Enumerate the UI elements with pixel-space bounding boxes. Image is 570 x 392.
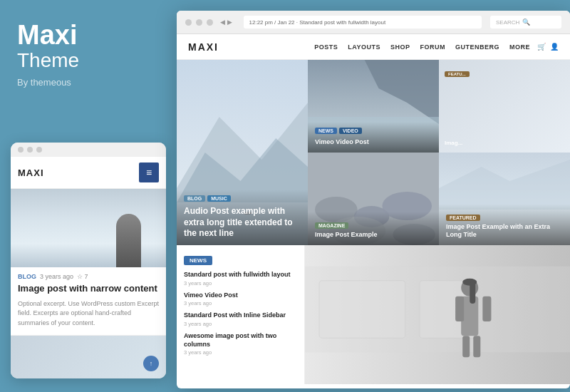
bottom-image [305,245,570,384]
desktop-nav: MAXI POSTS LAYOUTS SHOP FORUM GUTENBERG … [177,34,570,60]
hero-tag-news: NEWS [315,128,337,134]
hero-title-3: Imag... [445,140,567,147]
hero-tag-featured: FEATURED [446,215,480,221]
hero-overlay-1: BLOG MUSIC Audio Post example with extra… [177,190,308,245]
hero-title-1: Audio Post example with extra long title… [184,206,301,239]
hero-grid: BLOG MUSIC Audio Post example with extra… [177,60,570,245]
news-item-date-2: 3 years ago [184,300,297,306]
mobile-dot-1 [18,147,24,153]
hero-cell-4[interactable]: MAGAZINE Image Post Example [308,153,439,245]
desktop-dot-3 [207,19,213,26]
nav-arrows[interactable]: ◀ ▶ [220,19,232,26]
news-item-3[interactable]: Standard Post with Inline Sidebar 3 year… [184,311,297,327]
hero-title-2: Vimeo Video Post [315,138,432,147]
news-item-title-1: Standard post with fullwidth layout [184,271,297,279]
desktop-nav-icons: 🛒 👤 [537,43,559,51]
svg-rect-29 [470,282,475,304]
news-item-title-4: Awesome image post with two columns [184,332,297,349]
hero-overlay-5: FEATURED Image Post Example with an Extr… [439,204,570,245]
svg-rect-25 [482,296,491,321]
desktop-search[interactable]: SEARCH 🔍 [490,16,561,29]
hero-tag-blog: BLOG [184,195,205,202]
nav-item-gutenberg[interactable]: GUTENBERG [455,43,499,51]
desktop-dot-1 [185,19,192,26]
nav-item-more[interactable]: MORE [509,43,530,51]
hero-title-5: Image Post Example with an Extra Long Ti… [446,223,563,239]
url-text: 12:22 pm / Jan 22 · Standard post with f… [249,19,386,26]
mobile-titlebar [11,143,166,157]
svg-rect-26 [462,336,470,357]
left-panel: Maxi Theme By themeous MAXI ≡ BLOG 3 yea… [0,0,167,392]
hero-overlay-4: MAGAZINE Image Post Example [308,212,439,245]
hero-tag-magazine: MAGAZINE [315,222,348,229]
user-icon[interactable]: 👤 [550,43,559,51]
brand-name: Maxi [17,21,150,48]
desktop-dot-2 [196,19,202,26]
mobile-post-date: 3 years ago ☆ 7 [38,273,88,280]
hero-tag-featured-3: FEATU... [445,66,470,79]
mobile-post-image [11,189,166,267]
news-item-title-3: Standard Post with Inline Sidebar [184,311,297,320]
nav-item-forum[interactable]: FORUM [420,43,445,51]
nav-item-shop[interactable]: SHOP [390,43,410,51]
news-item-title-2: Vimeo Video Post [184,292,297,300]
brand-theme: Theme [17,48,150,73]
svg-rect-27 [473,336,480,357]
hero-tag-music: MUSIC [207,195,231,202]
news-item-4[interactable]: Awesome image post with two columns 3 ye… [184,332,297,356]
news-item-2[interactable]: Vimeo Video Post 3 years ago [184,292,297,307]
brand-title: Maxi Theme By themeous [17,21,150,88]
mobile-post-title: Image post with narrow content [11,283,166,299]
desktop-logo: MAXI [188,41,219,53]
hero-cell-5[interactable]: FEATURED Image Post Example with an Extr… [439,153,570,245]
mobile-dot-3 [36,147,42,153]
brand-by: By themeous [17,77,150,88]
news-tag: NEWS [184,256,212,265]
mobile-menu-icon[interactable]: ≡ [139,163,159,182]
nav-item-posts[interactable]: POSTS [314,43,338,51]
mobile-post-meta: BLOG 3 years ago ☆ 7 [11,267,166,283]
svg-rect-20 [319,281,405,338]
mobile-logo: MAXI [18,167,44,178]
hero-title-4: Image Post Example [315,231,432,239]
desktop-titlebar: ◀ ▶ 12:22 pm / Jan 22 · Standard post wi… [177,11,570,34]
search-icon: 🔍 [522,19,530,26]
nav-item-layouts[interactable]: LAYOUTS [348,43,380,51]
desktop-nav-items: POSTS LAYOUTS SHOP FORUM GUTENBERG MORE [314,43,530,51]
hero-cell-1[interactable]: BLOG MUSIC Audio Post example with extra… [177,60,308,245]
news-item-date-1: 3 years ago [184,280,297,287]
search-placeholder: SEARCH [496,19,519,26]
news-tag-label: NEWS [184,252,297,271]
mobile-post-tag: BLOG [18,273,36,280]
svg-rect-24 [455,296,464,321]
news-list: NEWS Standard post with fullwidth layout… [177,245,305,384]
hero-cell-3[interactable]: FEATU... Imag... [439,60,570,153]
hero-tag-video: VIDEO [339,128,362,134]
cart-icon[interactable]: 🛒 [537,43,546,51]
news-item-date-4: 3 years ago [184,349,297,356]
desktop-mockup: ◀ ▶ 12:22 pm / Jan 22 · Standard post wi… [177,11,570,388]
mobile-post-image2 [11,336,166,378]
subway-svg [305,245,570,384]
desktop-urlbar[interactable]: 12:22 pm / Jan 22 · Standard post with f… [244,16,482,29]
news-item-date-3: 3 years ago [184,321,297,327]
hero-cell-2[interactable]: NEWS VIDEO Vimeo Video Post [308,60,439,153]
mobile-mockup: MAXI ≡ BLOG 3 years ago ☆ 7 Image post w… [11,143,166,378]
hero-overlay-2: NEWS VIDEO Vimeo Video Post [308,122,439,153]
news-item-1[interactable]: Standard post with fullwidth layout 3 ye… [184,271,297,287]
mobile-post-excerpt: Optional excerpt. Use WordPress custom E… [11,299,166,336]
bottom-section: NEWS Standard post with fullwidth layout… [177,245,570,384]
mobile-dot-2 [27,147,33,153]
mobile-header: MAXI ≡ [11,157,166,189]
